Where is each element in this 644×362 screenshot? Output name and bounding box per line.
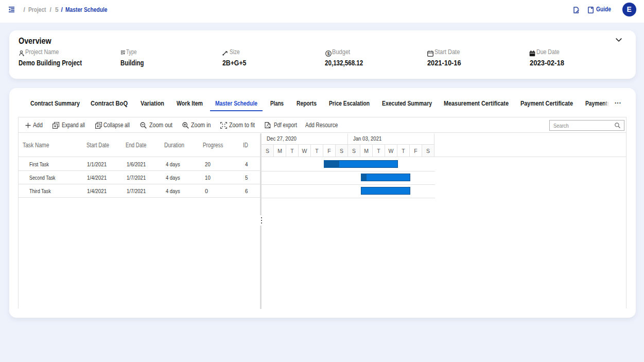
svg-text:$: $: [327, 50, 329, 56]
